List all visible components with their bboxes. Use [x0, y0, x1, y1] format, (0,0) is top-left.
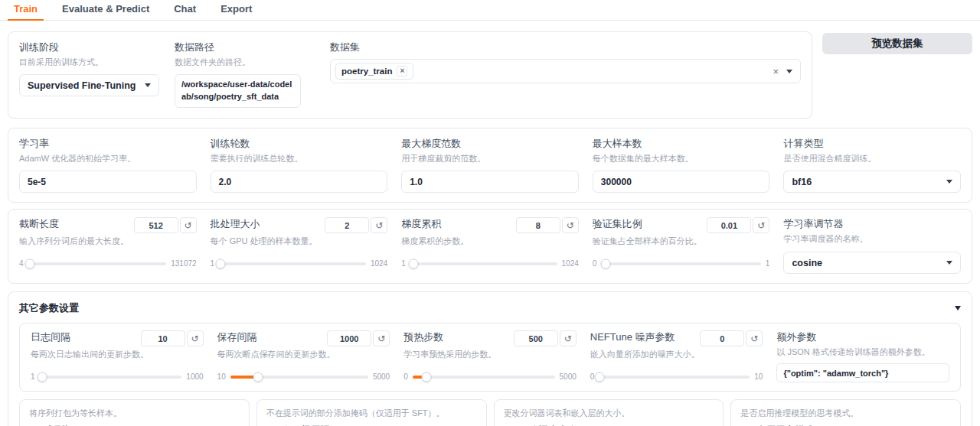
- warmup-steps-field: 预热步数 500 ↺ 学习率预热采用的步数。 0 5000: [403, 330, 577, 382]
- cutoff-length-input[interactable]: 512: [134, 217, 178, 233]
- reset-icon[interactable]: ↺: [560, 330, 577, 346]
- preview-dataset-button[interactable]: 预览数据集: [822, 33, 972, 54]
- cutoff-length-field: 截断长度 512 ↺ 输入序列分词后的最大长度。 4 131072: [19, 217, 197, 274]
- epochs-input[interactable]: 2.0: [211, 171, 388, 193]
- extra-args-input[interactable]: {"optim": "adamw_torch"}: [776, 363, 949, 382]
- tab-export[interactable]: Export: [214, 0, 258, 21]
- prompt-group: 不在提示词的部分添加掩码（仅适用于 SFT）。 学习提示词 仅学习最后一轮对话（…: [256, 399, 487, 426]
- extra-args-info: 以 JSON 格式传递给训练器的额外参数。: [776, 346, 949, 358]
- lr-scheduler-label: 学习率调节器: [783, 217, 961, 231]
- reset-icon[interactable]: ↺: [753, 217, 769, 233]
- slider-handle[interactable]: [595, 372, 605, 382]
- tab-train[interactable]: Train: [8, 0, 44, 21]
- cutoff-length-label: 截断长度: [19, 217, 59, 231]
- slider-handle[interactable]: [600, 259, 610, 268]
- reset-icon[interactable]: ↺: [373, 330, 390, 346]
- dataset-tag-label: poetry_train: [341, 67, 392, 76]
- resize-vocab-info: 更改分词器词表和嵌入层的大小。: [504, 408, 714, 419]
- slider-max: 5000: [373, 372, 390, 381]
- tab-evaluate-predict[interactable]: Evaluate & Predict: [56, 0, 155, 21]
- slider-handle[interactable]: [408, 259, 418, 268]
- logging-steps-field: 日志间隔 10 ↺ 每两次日志输出间的更新步数。 1 1000: [31, 330, 204, 382]
- max-samples-input[interactable]: 300000: [593, 171, 770, 193]
- logging-steps-slider[interactable]: [40, 376, 182, 379]
- neftune-alpha-slider[interactable]: [599, 376, 750, 379]
- learning-rate-field: 学习率 AdamW 优化器的初始学习率。 5e-5: [19, 137, 197, 193]
- slider-handle[interactable]: [25, 259, 35, 268]
- gradient-accumulation-field: 梯度累积 8 ↺ 梯度累积的步数。 1 1024: [401, 217, 579, 274]
- training-stage-info: 目前采用的训练方式。: [19, 57, 159, 68]
- compute-type-field: 计算类型 是否使用混合精度训练。 bf16: [783, 137, 961, 193]
- training-stage-field: 训练阶段 目前采用的训练方式。 Supervised Fine-Tuning: [19, 41, 159, 108]
- neftune-alpha-info: 嵌入向量所添加的噪声大小。: [590, 349, 763, 360]
- cutoff-length-info: 输入序列分词后的最大长度。: [19, 236, 197, 247]
- tab-chat[interactable]: Chat: [168, 0, 202, 21]
- neftune-alpha-label: NEFTune 噪声参数: [590, 330, 675, 344]
- dataset-label: 数据集: [330, 41, 801, 54]
- dataset-tag[interactable]: poetry_train ×: [335, 63, 413, 80]
- lr-scheduler-dropdown[interactable]: cosine: [783, 252, 961, 274]
- reset-icon[interactable]: ↺: [746, 330, 763, 346]
- dataset-tag-remove-icon[interactable]: ×: [397, 66, 407, 76]
- training-stage-dropdown[interactable]: Supervised Fine-Tuning: [19, 74, 159, 96]
- max-samples-field: 最大样本数 每个数据集的最大样本数。 300000: [593, 137, 770, 193]
- warmup-steps-slider[interactable]: [413, 376, 555, 379]
- reset-icon[interactable]: ↺: [562, 217, 579, 233]
- slider-handle[interactable]: [38, 372, 47, 382]
- slider-min: 0: [590, 372, 595, 381]
- training-stage-value: Supervised Fine-Tuning: [28, 80, 136, 91]
- warmup-steps-label: 预热步数: [403, 330, 443, 344]
- chevron-down-icon: [946, 261, 952, 265]
- learning-rate-input[interactable]: 5e-5: [19, 171, 197, 193]
- dataset-clear-icon[interactable]: ×: [773, 67, 779, 76]
- epochs-label: 训练轮数: [211, 137, 388, 151]
- accordion-header[interactable]: 其它参数设置: [19, 300, 961, 315]
- max-grad-norm-info: 用于梯度裁剪的范数。: [401, 153, 579, 164]
- reset-icon[interactable]: ↺: [371, 217, 387, 233]
- max-samples-info: 每个数据集的最大样本数。: [593, 153, 770, 164]
- chevron-down-icon: [145, 83, 151, 87]
- slider-min: 0: [593, 259, 597, 268]
- chevron-down-icon: [946, 180, 952, 184]
- val-size-slider[interactable]: [601, 262, 760, 265]
- reset-icon[interactable]: ↺: [187, 330, 204, 346]
- cutoff-length-slider[interactable]: [28, 262, 167, 265]
- lr-scheduler-value: cosine: [792, 258, 822, 268]
- neftune-alpha-input[interactable]: 0: [700, 330, 744, 346]
- tab-bar: Train Evaluate & Predict Chat Export: [0, 0, 980, 21]
- gradient-accumulation-slider[interactable]: [410, 262, 557, 265]
- max-grad-norm-input[interactable]: 1.0: [401, 171, 579, 193]
- lr-scheduler-field: 学习率调节器 学习率调度器的名称。 cosine: [783, 217, 961, 274]
- slider-handle[interactable]: [216, 259, 226, 268]
- batch-size-input[interactable]: 2: [325, 217, 369, 233]
- logging-steps-input[interactable]: 10: [141, 330, 185, 346]
- gradient-accumulation-input[interactable]: 8: [516, 217, 560, 233]
- slider-handle[interactable]: [253, 372, 263, 382]
- val-size-info: 验证集占全部样本的百分比。: [593, 236, 770, 247]
- checkbox-row: 将序列打包为等长样本。 序列打包 避免打包后的序列产生交叉注意力。 使用无污染打…: [19, 399, 961, 426]
- slider-min: 1: [401, 259, 406, 268]
- slider-min: 10: [217, 372, 226, 381]
- val-size-input[interactable]: 0.01: [707, 217, 751, 233]
- dataset-multiselect[interactable]: poetry_train × ×: [330, 59, 801, 83]
- max-samples-label: 最大样本数: [593, 137, 770, 151]
- data-dir-input[interactable]: /workspace/user-data/codelab/song/poetry…: [175, 74, 301, 108]
- extra-args-field: 额外参数 以 JSON 格式传递给训练器的额外参数。 {"optim": "ad…: [776, 330, 949, 382]
- gradient-accumulation-info: 梯度累积的步数。: [401, 236, 579, 247]
- data-dir-field: 数据路径 数据文件夹的路径。 /workspace/user-data/code…: [175, 41, 315, 108]
- train-on-prompt-info: 不在提示词的部分添加掩码（仅适用于 SFT）。: [266, 408, 477, 419]
- reset-icon[interactable]: ↺: [180, 217, 197, 233]
- epochs-field: 训练轮数 需要执行的训练总轮数。 2.0: [211, 137, 388, 193]
- save-steps-input[interactable]: 1000: [327, 330, 371, 346]
- vocab-group: 更改分词器词表和嵌入层的大小。 更改词表大小 仅训练块扩展后的参数。 使用 LL…: [494, 399, 724, 426]
- data-dir-label: 数据路径: [175, 41, 315, 54]
- warmup-steps-input[interactable]: 500: [514, 330, 558, 346]
- batch-size-slider[interactable]: [219, 262, 366, 265]
- dataset-field: 数据集 poetry_train × ×: [330, 41, 801, 108]
- save-steps-slider[interactable]: [230, 376, 368, 379]
- chevron-down-icon[interactable]: [786, 70, 792, 73]
- compute-type-dropdown[interactable]: bf16: [783, 171, 961, 193]
- slider-handle[interactable]: [422, 372, 432, 382]
- slider-max: 1000: [186, 372, 203, 381]
- compute-type-info: 是否使用混合精度训练。: [783, 153, 961, 164]
